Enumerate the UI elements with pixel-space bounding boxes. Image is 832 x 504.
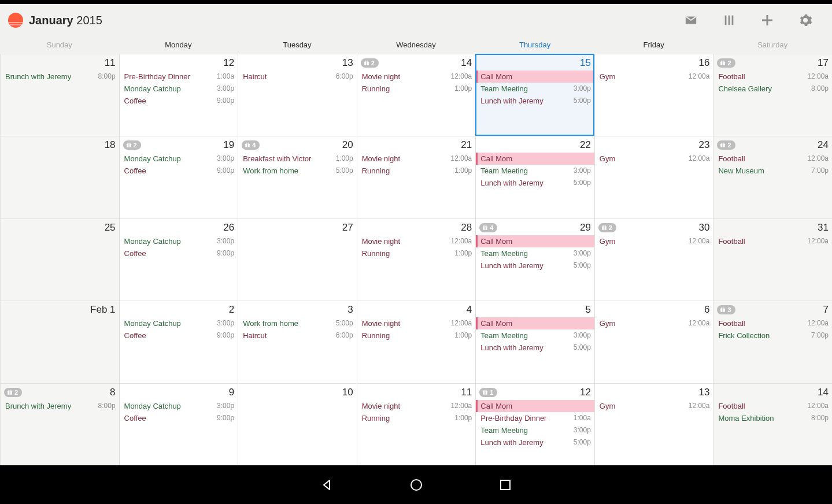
event-item[interactable]: Moma Exhibition8:00p xyxy=(717,412,829,424)
event-item[interactable]: Brunch with Jeremy8:00p xyxy=(4,71,116,83)
birthday-badge[interactable]: 2 xyxy=(4,388,22,397)
day-cell[interactable]: Feb 1 xyxy=(0,301,119,383)
event-item[interactable]: Gym12:00a xyxy=(598,153,710,165)
event-item[interactable]: Running1:00p xyxy=(361,329,472,342)
event-item[interactable]: Frick Collection7:00p xyxy=(717,329,829,342)
event-item[interactable]: Coffee9:00p xyxy=(123,95,235,107)
event-item[interactable]: Lunch with Jeremy5:00p xyxy=(479,260,591,272)
day-cell[interactable]: 21Movie night12:00aRunning1:00p xyxy=(357,136,476,218)
event-item[interactable]: Movie night12:00a xyxy=(361,71,472,83)
day-cell[interactable]: 429Call MomTeam Meeting3:00pLunch with J… xyxy=(475,218,594,301)
day-cell[interactable]: 23Gym12:00a xyxy=(594,136,713,218)
day-cell[interactable]: 230Gym12:00a xyxy=(594,218,713,301)
day-cell[interactable]: 13Haircut6:00p xyxy=(238,54,357,136)
day-cell[interactable]: 224Football12:00aNew Museum7:00p xyxy=(713,136,832,218)
add-icon[interactable] xyxy=(759,12,775,28)
event-item[interactable]: Haircut6:00p xyxy=(242,71,353,83)
mail-icon[interactable] xyxy=(683,12,699,28)
event-item[interactable]: Football12:00a xyxy=(717,317,829,329)
day-cell[interactable]: 3Work from home5:00pHaircut6:00p xyxy=(238,301,357,383)
brand[interactable]: January 2015 xyxy=(8,13,102,28)
day-cell[interactable]: 31Football12:00a xyxy=(713,218,832,301)
birthday-badge[interactable]: 2 xyxy=(717,58,735,68)
event-item[interactable]: Haircut6:00p xyxy=(242,329,353,342)
day-cell[interactable]: 13Gym12:00a xyxy=(594,383,713,465)
home-icon[interactable] xyxy=(409,478,423,492)
day-cell[interactable]: 27 xyxy=(238,218,357,301)
event-item[interactable]: Monday Catchup3:00p xyxy=(123,235,235,247)
event-item[interactable]: Team Meeting3:00p xyxy=(479,83,591,95)
event-item[interactable]: Team Meeting3:00p xyxy=(479,424,591,436)
event-item[interactable]: Coffee9:00p xyxy=(123,247,235,260)
event-item[interactable]: Call Mom xyxy=(476,317,594,329)
birthday-badge[interactable]: 3 xyxy=(717,305,735,314)
day-cell[interactable]: 14Football12:00aMoma Exhibition8:00p xyxy=(713,383,832,465)
day-cell[interactable]: 12Pre-Birthday Dinner1:00aMonday Catchup… xyxy=(119,54,238,136)
day-cell[interactable]: 25 xyxy=(0,218,119,301)
event-item[interactable]: Movie night12:00a xyxy=(361,235,472,247)
recent-icon[interactable] xyxy=(498,478,512,492)
event-item[interactable]: Monday Catchup3:00p xyxy=(123,153,235,165)
birthday-badge[interactable]: 2 xyxy=(123,140,141,150)
day-cell[interactable]: 9Monday Catchup3:00pCoffee9:00p xyxy=(119,383,238,465)
day-cell[interactable]: 112Call MomPre-Birthday Dinner1:00aTeam … xyxy=(475,383,594,465)
day-cell[interactable]: 15Call MomTeam Meeting3:00pLunch with Je… xyxy=(475,54,594,136)
event-item[interactable]: Call Mom xyxy=(476,71,594,83)
event-item[interactable]: Monday Catchup3:00p xyxy=(123,400,235,412)
event-item[interactable]: Work from home5:00p xyxy=(242,165,353,177)
event-item[interactable]: Gym12:00a xyxy=(598,235,710,247)
day-cell[interactable]: 11Brunch with Jeremy8:00p xyxy=(0,54,119,136)
day-cell[interactable]: 2Monday Catchup3:00pCoffee9:00p xyxy=(119,301,238,383)
day-cell[interactable]: 6Gym12:00a xyxy=(594,301,713,383)
back-icon[interactable] xyxy=(320,478,334,492)
event-item[interactable]: Lunch with Jeremy5:00p xyxy=(479,95,591,107)
gear-icon[interactable] xyxy=(797,12,813,28)
day-cell[interactable]: 10 xyxy=(238,383,357,465)
event-item[interactable]: Team Meeting3:00p xyxy=(479,165,591,177)
birthday-badge[interactable]: 2 xyxy=(598,223,616,232)
event-item[interactable]: Movie night12:00a xyxy=(361,400,472,412)
event-item[interactable]: Monday Catchup3:00p xyxy=(123,317,235,329)
birthday-badge[interactable]: 4 xyxy=(479,223,497,232)
event-item[interactable]: Team Meeting3:00p xyxy=(479,329,591,342)
event-item[interactable]: Coffee9:00p xyxy=(123,329,235,342)
day-cell[interactable]: 11Movie night12:00aRunning1:00p xyxy=(357,383,476,465)
event-item[interactable]: Gym12:00a xyxy=(598,71,710,83)
event-item[interactable]: Football12:00a xyxy=(717,400,829,412)
day-cell[interactable]: 16Gym12:00a xyxy=(594,54,713,136)
birthday-badge[interactable]: 2 xyxy=(361,58,379,68)
day-cell[interactable]: 5Call MomTeam Meeting3:00pLunch with Jer… xyxy=(475,301,594,383)
event-item[interactable]: Running1:00p xyxy=(361,83,472,95)
birthday-badge[interactable]: 2 xyxy=(717,140,735,150)
event-item[interactable]: Gym12:00a xyxy=(598,317,710,329)
event-item[interactable]: Call Mom xyxy=(476,400,594,412)
day-cell[interactable]: 214Movie night12:00aRunning1:00p xyxy=(357,54,476,136)
month-title[interactable]: January 2015 xyxy=(29,14,102,27)
birthday-badge[interactable]: 4 xyxy=(242,140,260,150)
event-item[interactable]: Football12:00a xyxy=(717,153,829,165)
event-item[interactable]: Running1:00p xyxy=(361,247,472,260)
event-item[interactable]: Coffee9:00p xyxy=(123,165,235,177)
event-item[interactable]: Gym12:00a xyxy=(598,400,710,412)
event-item[interactable]: Monday Catchup3:00p xyxy=(123,83,235,95)
event-item[interactable]: Movie night12:00a xyxy=(361,317,472,329)
event-item[interactable]: Football12:00a xyxy=(717,235,829,247)
day-cell[interactable]: 420Breakfast with Victor1:00pWork from h… xyxy=(238,136,357,218)
event-item[interactable]: Lunch with Jeremy5:00p xyxy=(479,177,591,189)
event-item[interactable]: Call Mom xyxy=(476,153,594,165)
day-cell[interactable]: 18 xyxy=(0,136,119,218)
event-item[interactable]: Movie night12:00a xyxy=(361,153,472,165)
event-item[interactable]: New Museum7:00p xyxy=(717,165,829,177)
day-cell[interactable]: 22Call MomTeam Meeting3:00pLunch with Je… xyxy=(475,136,594,218)
day-cell[interactable]: 26Monday Catchup3:00pCoffee9:00p xyxy=(119,218,238,301)
event-item[interactable]: Chelsea Gallery8:00p xyxy=(717,83,829,95)
day-cell[interactable]: 219Monday Catchup3:00pCoffee9:00p xyxy=(119,136,238,218)
event-item[interactable]: Pre-Birthday Dinner1:00a xyxy=(123,71,235,83)
day-cell[interactable]: 4Movie night12:00aRunning1:00p xyxy=(357,301,476,383)
event-item[interactable]: Football12:00a xyxy=(717,71,829,83)
columns-icon[interactable] xyxy=(721,12,737,28)
event-item[interactable]: Breakfast with Victor1:00p xyxy=(242,153,353,165)
event-item[interactable]: Brunch with Jeremy8:00p xyxy=(4,400,116,412)
event-item[interactable]: Lunch with Jeremy5:00p xyxy=(479,436,591,449)
day-cell[interactable]: 37Football12:00aFrick Collection7:00p xyxy=(713,301,832,383)
